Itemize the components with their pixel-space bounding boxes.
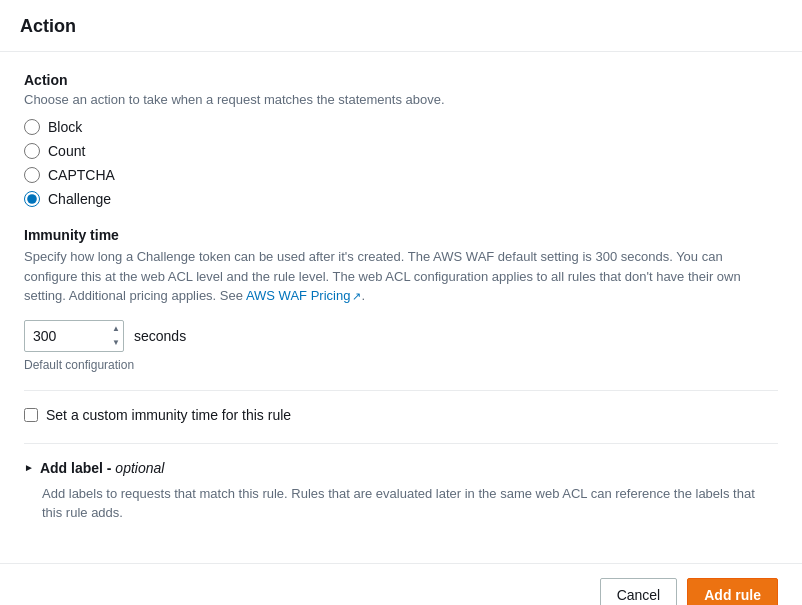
add-rule-button[interactable]: Add rule xyxy=(687,578,778,606)
radio-block[interactable] xyxy=(24,119,40,135)
modal-header: Action xyxy=(0,0,802,52)
immunity-time-input[interactable] xyxy=(24,320,124,352)
immunity-input-row: ▲ ▼ seconds xyxy=(24,320,778,352)
default-config-label: Default configuration xyxy=(24,358,778,372)
radio-challenge-label[interactable]: Challenge xyxy=(48,191,111,207)
radio-count[interactable] xyxy=(24,143,40,159)
spinner-down-button[interactable]: ▼ xyxy=(110,336,122,350)
radio-block-label[interactable]: Block xyxy=(48,119,82,135)
radio-captcha[interactable] xyxy=(24,167,40,183)
immunity-desc-text-1: Specify how long a Challenge token can b… xyxy=(24,249,741,303)
immunity-input-wrapper: ▲ ▼ xyxy=(24,320,124,352)
action-radio-group: Block Count CAPTCHA Challenge xyxy=(24,119,778,207)
radio-captcha-label[interactable]: CAPTCHA xyxy=(48,167,115,183)
add-label-title-text: Add label - xyxy=(40,460,112,476)
add-label-section: ► Add label - optional Add labels to req… xyxy=(24,460,778,523)
cancel-button[interactable]: Cancel xyxy=(600,578,678,606)
immunity-description: Specify how long a Challenge token can b… xyxy=(24,247,778,306)
custom-immunity-item[interactable]: Set a custom immunity time for this rule xyxy=(24,407,778,423)
radio-count-item[interactable]: Count xyxy=(24,143,778,159)
immunity-section: Immunity time Specify how long a Challen… xyxy=(24,227,778,372)
add-label-optional-text: optional xyxy=(111,460,164,476)
modal-footer: Cancel Add rule xyxy=(0,563,802,606)
custom-immunity-checkbox[interactable] xyxy=(24,408,38,422)
immunity-label: Immunity time xyxy=(24,227,778,243)
aws-waf-pricing-link[interactable]: AWS WAF Pricing↗ xyxy=(246,288,362,303)
action-label: Action xyxy=(24,72,778,88)
radio-challenge[interactable] xyxy=(24,191,40,207)
modal-title: Action xyxy=(20,16,782,37)
action-subtitle: Choose an action to take when a request … xyxy=(24,92,778,107)
unit-label: seconds xyxy=(134,328,186,344)
modal-body: Action Choose an action to take when a r… xyxy=(0,52,802,563)
custom-immunity-label[interactable]: Set a custom immunity time for this rule xyxy=(46,407,291,423)
action-section: Action Choose an action to take when a r… xyxy=(24,72,778,207)
triangle-icon: ► xyxy=(24,462,34,473)
modal-container: Action Action Choose an action to take w… xyxy=(0,0,802,605)
immunity-desc-text-2: . xyxy=(361,288,365,303)
spinner-up-button[interactable]: ▲ xyxy=(110,322,122,336)
radio-captcha-item[interactable]: CAPTCHA xyxy=(24,167,778,183)
add-label-title: Add label - optional xyxy=(40,460,165,476)
divider-2 xyxy=(24,443,778,444)
radio-block-item[interactable]: Block xyxy=(24,119,778,135)
aws-waf-pricing-link-text: AWS WAF Pricing xyxy=(246,288,351,303)
radio-challenge-item[interactable]: Challenge xyxy=(24,191,778,207)
divider-1 xyxy=(24,390,778,391)
spinner-buttons: ▲ ▼ xyxy=(110,322,122,350)
add-label-description: Add labels to requests that match this r… xyxy=(42,484,778,523)
add-label-header[interactable]: ► Add label - optional xyxy=(24,460,778,476)
radio-count-label[interactable]: Count xyxy=(48,143,85,159)
